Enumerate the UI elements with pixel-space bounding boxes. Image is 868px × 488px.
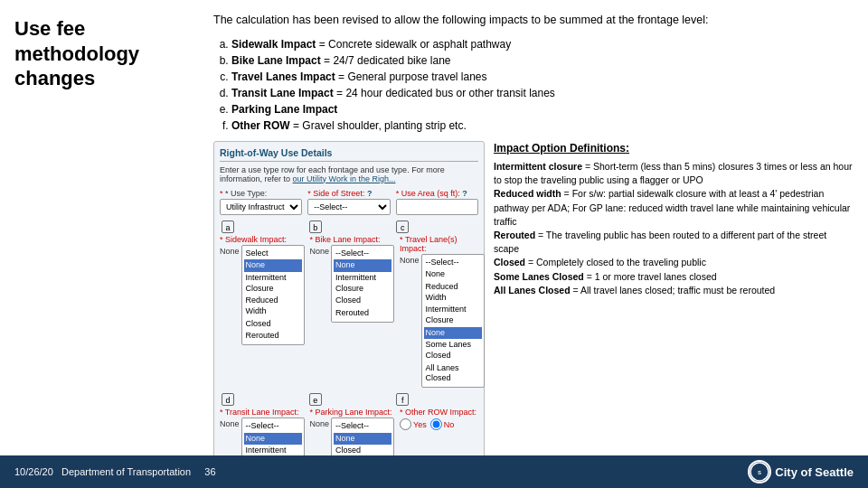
list-item: Travel Lanes Impact = General purpose tr… <box>231 69 854 85</box>
list-item: Other ROW = Gravel shoulder, planting st… <box>231 117 854 134</box>
form-row-2: * Sidewalk Impact: None Select None Inte… <box>220 235 478 389</box>
form-row-1: * * Use Type: Utility Infrastructure * S… <box>220 189 478 215</box>
footer: 10/26/20 Department of Transportation 36… <box>0 455 868 488</box>
other-row-yes-radio[interactable] <box>400 418 411 430</box>
item-c-bold: Travel Lanes Impact <box>231 70 335 83</box>
impact-list: Sidewalk Impact = Concrete sidewalk or a… <box>231 36 854 134</box>
item-b-bold: Bike Lane Impact <box>231 54 321 67</box>
sidewalk-impact-field: * Sidewalk Impact: None Select None Inte… <box>220 235 305 346</box>
item-f-bold: Other ROW <box>231 119 290 132</box>
transit-dropdown[interactable]: --Select-- None Intermittent Closure Clo… <box>241 418 305 455</box>
badge-a: a <box>222 221 234 233</box>
other-row-field: * Other ROW Impact: Yes No <box>400 408 478 431</box>
sidewalk-dropdown[interactable]: Select None Intermittent Closure Reduced… <box>241 245 305 346</box>
use-area-field: * Use Area (sq ft): ? <box>396 189 478 215</box>
definitions-text: Intermittent closure = Short-term (less … <box>494 160 854 297</box>
badge-b: b <box>309 221 322 233</box>
parking-lane-field: * Parking Lane Impact: None --Select-- N… <box>310 408 395 455</box>
intro-text: The calculation has been revised to allo… <box>213 13 854 29</box>
footer-date: 10/26/20 <box>14 466 53 477</box>
footer-org: Department of Transportation <box>61 466 191 477</box>
item-d-bold: Transit Lane Impact <box>231 87 334 99</box>
travel-lanes-impact-field: * Travel Lane(s) Impact: None --Select--… <box>400 235 485 389</box>
impact-definitions: Impact Option Definitions: Intermittent … <box>494 141 854 456</box>
seattle-emblem-icon: S <box>750 462 769 482</box>
use-area-input[interactable] <box>396 199 478 215</box>
svg-text:S: S <box>758 470 761 475</box>
use-type-select[interactable]: Utility Infrastructure <box>220 199 302 215</box>
parking-dropdown[interactable]: --Select-- None Closed <box>331 418 394 455</box>
badge-d: d <box>222 393 234 406</box>
right-panel: The calculation has been revised to allo… <box>199 0 868 455</box>
form-row-3: * Transit Lane Impact: None --Select-- N… <box>220 408 478 455</box>
form-mockup: Right-of-Way Use Details Enter a use typ… <box>213 141 485 456</box>
badge-e: e <box>309 393 322 406</box>
badge-f: f <box>396 393 409 406</box>
side-street-select[interactable]: --Select-- <box>307 199 390 215</box>
list-item: Transit Lane Impact = 24 hour dedicated … <box>231 85 854 101</box>
bike-dropdown[interactable]: --Select-- None Intermittent Closure Clo… <box>331 245 394 323</box>
other-row-no-radio[interactable] <box>430 418 442 430</box>
side-street-field: * Side of Street: ? --Select-- <box>307 189 390 215</box>
list-item: Bike Lane Impact = 24/7 dedicated bike l… <box>231 52 854 69</box>
badge-c: c <box>396 221 409 233</box>
footer-info: 10/26/20 Department of Transportation 36 <box>14 466 216 477</box>
seattle-logo: S City of Seattle <box>748 460 854 483</box>
item-e-bold: Parking Lane Impact <box>231 103 337 116</box>
use-type-field: * * Use Type: Utility Infrastructure <box>220 189 302 215</box>
list-item: Parking Lane Impact <box>231 101 854 117</box>
footer-page: 36 <box>204 466 215 477</box>
travel-dropdown[interactable]: --Select-- None Reduced Width Intermitte… <box>421 254 485 389</box>
page-title: Use fee methodology changes <box>14 16 184 91</box>
definitions-title: Impact Option Definitions: <box>494 141 854 156</box>
bike-lane-impact-field: * Bike Lane Impact: None --Select-- None… <box>310 235 395 323</box>
form-title: Right-of-Way Use Details <box>220 147 478 162</box>
transit-lane-field: * Transit Lane Impact: None --Select-- N… <box>220 408 305 455</box>
list-item: Sidewalk Impact = Concrete sidewalk or a… <box>231 36 854 52</box>
form-subtitle: Enter a use type row for each frontage a… <box>220 165 478 183</box>
item-a-bold: Sidewalk Impact <box>231 38 316 51</box>
left-panel: Use fee methodology changes <box>0 0 199 455</box>
city-name-label: City of Seattle <box>775 465 854 479</box>
logo-circle-icon: S <box>748 460 771 483</box>
